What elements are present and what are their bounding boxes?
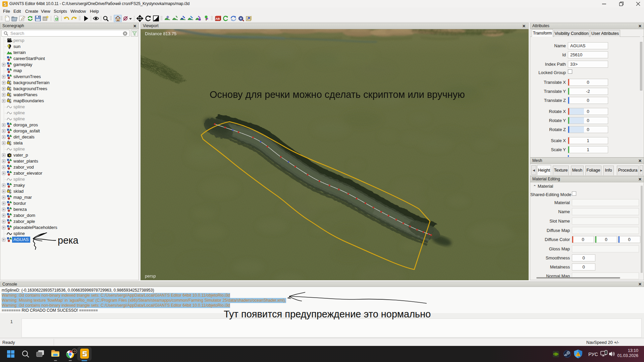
svg-text:13:10: 13:10 [628,348,638,353]
svg-text:РУС: РУС [588,352,598,357]
svg-text:01.03.2026: 01.03.2026 [617,353,638,358]
svg-text:AB: AB [216,17,220,20]
svg-text:Distance 813.75: Distance 813.75 [145,31,176,36]
svg-text:persp: persp [145,274,156,279]
